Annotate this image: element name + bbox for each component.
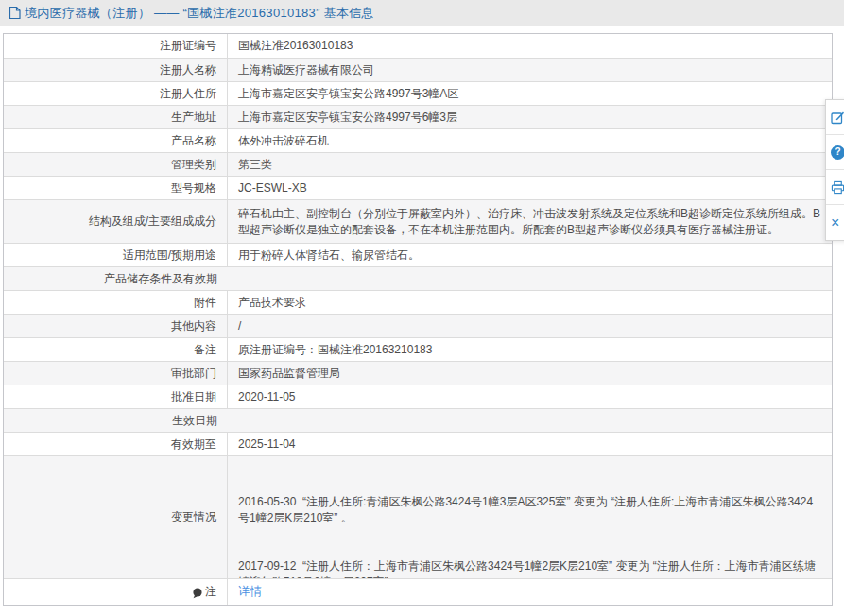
table-row: 附件 产品技术要求 (4, 290, 832, 314)
help-icon[interactable]: ? (826, 135, 844, 170)
row-value: 2016-05-30 “注册人住所:青浦区朱枫公路3424号1幢3层A区325室… (228, 456, 832, 578)
row-label: 注 (4, 579, 228, 605)
change-record: 2016-05-30 “注册人住所:青浦区朱枫公路3424号1幢3层A区325室… (238, 494, 822, 526)
table-row: 产品名称 体外冲击波碎石机 (4, 128, 832, 152)
row-label: 型号规格 (4, 177, 228, 199)
close-icon[interactable]: × (826, 205, 844, 240)
row-label: 产品名称 (4, 129, 228, 152)
change-record: 2017-09-12 “注册人住所：上海市青浦区朱枫公路3424号1幢2层K层2… (238, 558, 822, 578)
row-value: 上海市嘉定区安亭镇宝安公路4997号6幢3层 (228, 106, 832, 128)
row-value: 碎石机由主、副控制台（分别位于屏蔽室内外）、治疗床、冲击波发射系统及定位系统和B… (228, 200, 832, 243)
row-label: 注册人住所 (4, 82, 228, 105)
table-row: 型号规格 JC-ESWL-XB (4, 176, 832, 199)
page-title: 境内医疗器械（注册） —— “国械注准20163010183” 基本信息 (25, 5, 374, 22)
row-value (228, 409, 832, 432)
row-label: 有效期至 (4, 433, 228, 455)
floating-side-toolbar: ? × (825, 99, 844, 241)
row-label: 结构及组成/主要组成成分 (4, 200, 228, 243)
row-label: 附件 (4, 291, 228, 314)
details-link[interactable]: 详情 (238, 584, 262, 600)
row-label: 注册证编号 (4, 34, 228, 58)
row-label: 产品储存条件及有效期 (4, 267, 228, 290)
row-label: 生产地址 (4, 106, 228, 128)
row-label: 其他内容 (4, 315, 228, 337)
table-row: 适用范围/预期用途 用于粉碎人体肾结石、输尿管结石。 (4, 243, 832, 266)
table-row: 审批部门 国家药品监督管理局 (4, 361, 832, 385)
document-icon (9, 6, 21, 20)
row-value: 原注册证编号：国械注准20163210183 (228, 338, 832, 361)
row-value: 2020-11-05 (228, 385, 832, 408)
table-row-change-history: 变更情况 2016-05-30 “注册人住所:青浦区朱枫公路3424号1幢3层A… (4, 455, 832, 578)
row-value: 2025-11-04 (228, 433, 832, 455)
table-row: 产品储存条件及有效期 (4, 266, 832, 290)
row-value (228, 267, 832, 290)
row-label: 审批部门 (4, 362, 228, 385)
print-icon[interactable] (826, 170, 844, 205)
row-label: 适用范围/预期用途 (4, 244, 228, 266)
table-row: 生产地址 上海市嘉定区安亭镇宝安公路4997号6幢3层 (4, 105, 832, 128)
row-value: / (228, 315, 832, 337)
row-label-text: 注 (205, 584, 216, 600)
row-label: 生效日期 (4, 409, 228, 432)
row-value: 上海市嘉定区安亭镇宝安公路4997号3幢A区 (228, 82, 832, 105)
table-row-note: 注 详情 (4, 578, 832, 605)
row-value: 国家药品监督管理局 (228, 362, 832, 385)
table-row: 注册证编号 国械注准20163010183 (4, 34, 832, 58)
table-row: 批准日期 2020-11-05 (4, 385, 832, 408)
row-label: 批准日期 (4, 385, 228, 408)
help-glyph: ? (831, 145, 844, 160)
table-row: 结构及组成/主要组成成分 碎石机由主、副控制台（分别位于屏蔽室内外）、治疗床、冲… (4, 199, 832, 243)
note-balloon-icon (192, 588, 202, 599)
row-value: 体外冲击波碎石机 (228, 129, 832, 152)
table-row: 生效日期 (4, 408, 832, 432)
row-value: 第三类 (228, 153, 832, 176)
row-value: 详情 (228, 579, 832, 605)
table-row: 有效期至 2025-11-04 (4, 432, 832, 455)
row-label: 备注 (4, 338, 228, 361)
page-header: 境内医疗器械（注册） —— “国械注准20163010183” 基本信息 (0, 0, 844, 26)
row-value: 上海精诚医疗器械有限公司 (228, 59, 832, 81)
row-label: 注册人名称 (4, 59, 228, 81)
table-row: 注册人住所 上海市嘉定区安亭镇宝安公路4997号3幢A区 (4, 81, 832, 105)
row-value: 产品技术要求 (228, 291, 832, 314)
registration-info-table: 注册证编号 国械注准20163010183 注册人名称 上海精诚医疗器械有限公司… (3, 33, 833, 606)
edit-feedback-icon[interactable] (826, 100, 844, 135)
row-value: 用于粉碎人体肾结石、输尿管结石。 (228, 244, 832, 266)
row-label: 管理类别 (4, 153, 228, 176)
table-row: 备注 原注册证编号：国械注准20163210183 (4, 337, 832, 361)
table-row: 注册人名称 上海精诚医疗器械有限公司 (4, 58, 832, 81)
row-value: 国械注准20163010183 (228, 34, 832, 58)
close-glyph: × (831, 215, 839, 231)
row-value: JC-ESWL-XB (228, 177, 832, 199)
table-row: 其他内容 / (4, 314, 832, 337)
row-label: 变更情况 (4, 456, 228, 578)
table-row: 管理类别 第三类 (4, 152, 832, 176)
